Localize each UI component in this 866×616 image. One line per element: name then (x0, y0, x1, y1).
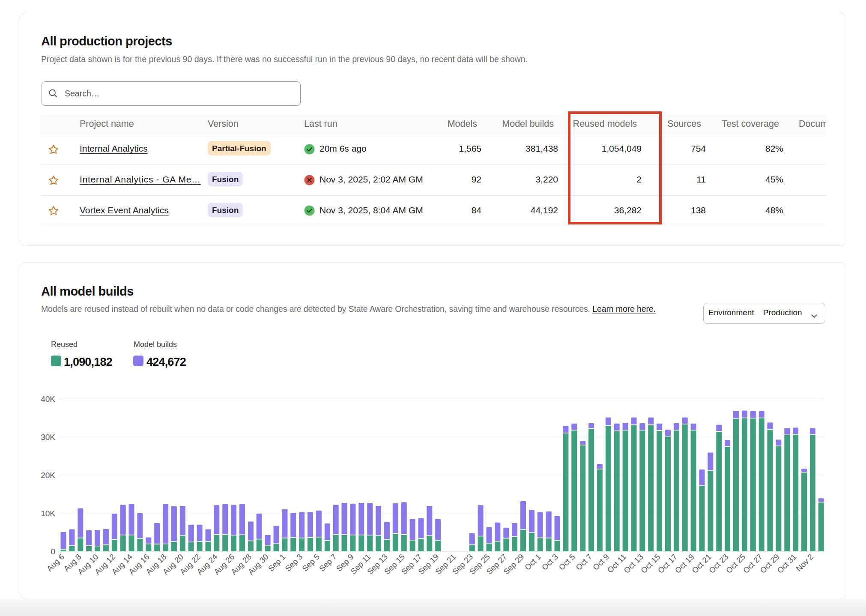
svg-text:Oct 1: Oct 1 (523, 552, 543, 572)
svg-text:Sep 1: Sep 1 (266, 552, 287, 573)
svg-text:Nov 2: Nov 2 (794, 552, 815, 573)
svg-text:20K: 20K (41, 471, 55, 480)
svg-text:Oct 31: Oct 31 (775, 552, 798, 575)
svg-text:30K: 30K (41, 433, 55, 442)
svg-text:40K: 40K (41, 395, 55, 404)
svg-text:Sep 7: Sep 7 (317, 552, 338, 573)
svg-text:Aug 6: Aug 6 (45, 552, 66, 573)
svg-text:Oct 5: Oct 5 (557, 552, 577, 572)
svg-text:Oct 3: Oct 3 (540, 552, 560, 572)
svg-text:10K: 10K (41, 509, 55, 518)
svg-text:Sep 3: Sep 3 (283, 552, 304, 573)
svg-text:0: 0 (51, 547, 55, 556)
svg-text:Sep 5: Sep 5 (300, 552, 321, 573)
svg-text:Oct 7: Oct 7 (574, 552, 594, 572)
